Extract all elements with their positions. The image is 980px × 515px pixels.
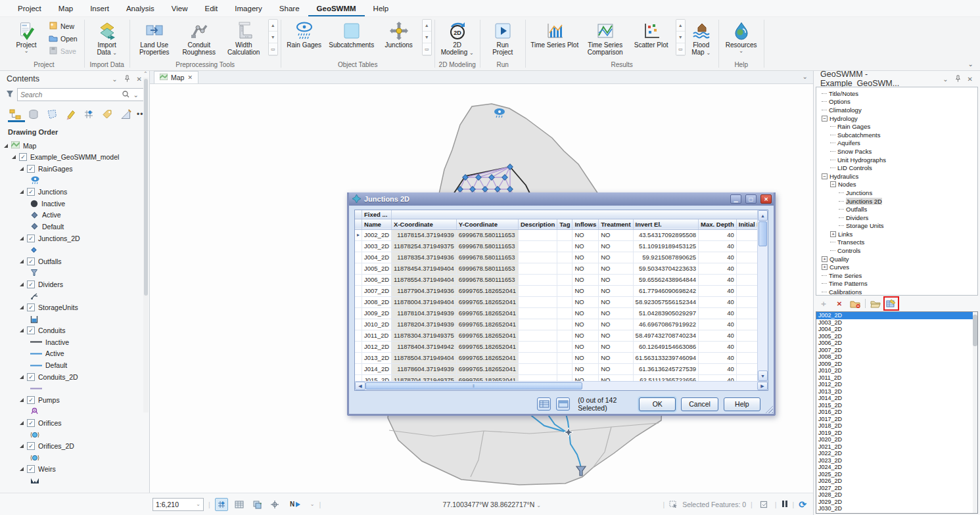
chevron-down-icon[interactable]: ⌄ [131,91,141,99]
table-cell[interactable] [519,285,557,296]
table-cell[interactable]: 61.36136245727539 [633,363,698,374]
layer-checkbox[interactable]: ✓ [27,419,35,427]
menu-tab-analysis[interactable]: Analysis [118,1,163,16]
layer-item-map[interactable]: Map [0,140,149,152]
layer-item-junctions-2d[interactable]: ✓Junctions_2D [0,233,149,244]
width-calculation-button[interactable]: WidthCalculation [222,19,266,57]
table-row[interactable]: J012_2D11878404.371949426999765.18265204… [355,341,757,352]
tab-snapping[interactable] [82,108,96,121]
add-object-button[interactable]: ＋ [818,298,829,309]
table-cell[interactable]: NO [572,374,599,381]
menu-tab-project[interactable]: Project [9,1,50,16]
expand-icon[interactable]: + [830,231,836,237]
table-cell[interactable]: J002_2D [362,229,392,240]
list-item[interactable]: J020_2D [816,436,977,443]
table-cell[interactable]: 11878204.37194939 [392,319,457,330]
tree-item-snow-packs[interactable]: Snow Packs [818,147,977,156]
run-project-button[interactable]: RunProject [483,19,523,57]
legend-symbol[interactable] [0,429,149,441]
table-cell[interactable] [557,296,572,307]
table-cell[interactable]: NO [599,296,633,307]
refresh-icon[interactable]: ⟳ [799,499,806,510]
table-cell[interactable]: NO [572,363,599,374]
table-cell[interactable]: NO [599,252,633,263]
table-cell[interactable]: NO [599,263,633,274]
tree-item-unit-hydrographs[interactable]: Unit Hydrographs [818,156,977,164]
legend-symbol[interactable] [0,382,149,394]
tree-item-storage-units[interactable]: Storage Units [818,222,977,231]
tree-item-climatology[interactable]: Climatology [818,106,977,114]
tree-item-rain-gages[interactable]: Rain Gages [818,122,977,131]
table-cell[interactable]: 59.65562438964844 [633,274,698,285]
dialog-titlebar[interactable]: Junctions 2D ▁ ▢ ✕ [349,192,774,206]
table-cell[interactable]: 40 [699,374,737,381]
contents-scrollbar[interactable]: ⌃ [143,78,149,413]
menu-tab-view[interactable]: View [163,1,197,16]
tree-item-subcatchments[interactable]: Subcatchments [818,131,977,139]
table-cell[interactable] [736,341,757,352]
table-cell[interactable]: 51.04283905029297 [633,307,698,319]
expander-icon[interactable] [20,282,24,286]
table-cell[interactable] [557,352,572,363]
column-header[interactable]: X-Coordinate [392,219,457,229]
table-cell[interactable]: 40 [699,352,737,363]
ribbon-collapse-chevron[interactable]: ⌄ [968,60,973,68]
layer-item-outfalls[interactable]: ✓Outfalls [0,256,149,267]
row-selector[interactable] [355,330,362,341]
snapping-toggle[interactable] [215,498,228,511]
table-cell[interactable] [519,229,557,240]
list-item[interactable]: J006_2D [816,340,977,347]
scatter-plot-button[interactable]: Scatter Plot [630,19,673,50]
expander-icon[interactable] [20,467,24,471]
tree-item-controls[interactable]: Controls [818,246,977,255]
table-cell[interactable]: J004_2D [362,252,392,263]
group-scroll-results[interactable]: ▲▼▭ [676,19,686,56]
tree-item-transects[interactable]: Transects [818,238,977,247]
search-input[interactable] [20,91,120,99]
table-row[interactable]: ▸J002_2D11878154.371949396999678.5801116… [355,229,757,240]
menu-tab-imagery[interactable]: Imagery [226,1,271,16]
row-selector[interactable] [355,240,362,252]
row-selector[interactable] [355,296,362,307]
menu-tab-insert[interactable]: Insert [82,1,118,16]
minimize-icon[interactable]: ▁ [730,194,741,204]
tab-selection[interactable] [45,108,59,121]
list-item[interactable]: J015_2D [816,402,977,409]
map-scale-combo[interactable]: 1:6,210 ⌄ [152,498,204,511]
table-cell[interactable] [519,240,557,252]
table-cell[interactable] [557,240,572,252]
chevron-down-icon[interactable]: ⌄ [939,76,951,83]
table-cell[interactable]: 11878604.37194939 [392,363,457,374]
table-row[interactable]: J003_2D11878254.3719493756999678.5801116… [355,240,757,252]
column-header[interactable]: Max. Depth [699,219,737,229]
close-icon[interactable]: ✕ [760,194,772,204]
menu-tab-edit[interactable]: Edit [196,1,226,16]
row-selector[interactable] [355,363,362,374]
list-item[interactable]: J028_2D [816,491,977,499]
table-cell[interactable] [736,307,757,319]
layer-item-pumps[interactable]: ✓Pumps [0,394,149,406]
open-object-button[interactable] [870,298,881,309]
table-cell[interactable] [557,319,572,330]
expander-icon[interactable] [4,144,8,148]
table-cell[interactable]: 11878004.371949404 [392,296,457,307]
list-item[interactable]: J025_2D [816,471,977,478]
table-cell[interactable]: 6999765.182652041 [456,319,518,330]
table-cell[interactable]: J010_2D [362,319,392,330]
layer-item-conduits-2d[interactable]: ✓Conduits_2D [0,371,149,383]
layer-checkbox[interactable]: ✓ [27,165,35,173]
table-cell[interactable]: 59.9215087890625 [633,252,698,263]
expander-icon[interactable] [20,167,24,171]
resources-button[interactable]: Resources ⌄ [722,19,761,55]
table-cell[interactable]: NO [599,274,633,285]
column-header[interactable]: Y-Coordinate [456,219,518,229]
list-item[interactable]: J027_2D [816,485,977,492]
table-row[interactable]: J006_2D11878554.3719494046999678.5801116… [355,274,757,285]
layer-checkbox[interactable]: ✓ [27,235,35,242]
table-row[interactable]: J010_2D11878204.371949396999765.18265204… [355,319,757,330]
table-cell[interactable]: 11878304.371949375 [392,330,457,341]
expander-icon[interactable] [12,155,16,159]
table-row[interactable]: J008_2D11878004.3719494046999765.1826520… [355,296,757,307]
expander-icon[interactable] [20,398,24,402]
layer-checkbox[interactable]: ✓ [27,258,35,265]
